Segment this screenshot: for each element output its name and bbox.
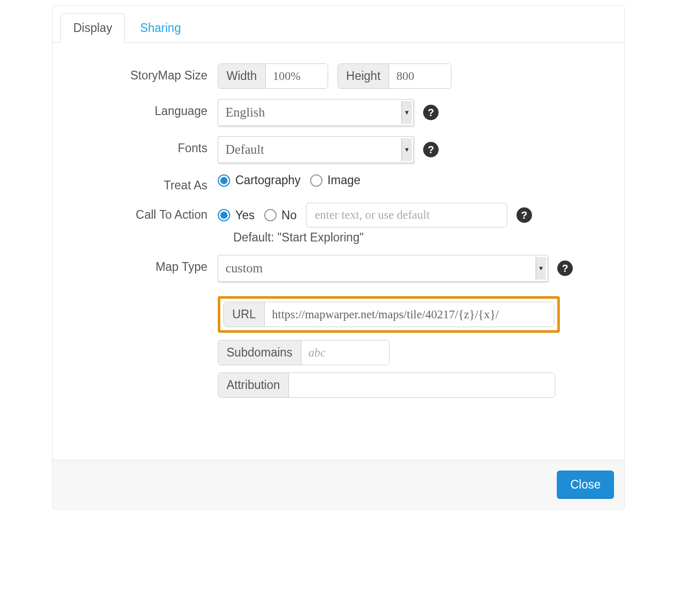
treat-radio-cartography[interactable] <box>218 174 230 187</box>
height-input[interactable] <box>389 64 451 88</box>
cta-option-no: No <box>282 208 297 222</box>
height-group: Height <box>337 63 452 89</box>
cta-radio-no[interactable] <box>264 209 277 221</box>
cta-default-text: Default: "Start Exploring" <box>63 231 614 245</box>
chevron-down-icon: ▼ <box>536 257 546 280</box>
fonts-select[interactable]: Default ▼ <box>218 136 414 163</box>
tab-bar: Display Sharing <box>53 6 624 43</box>
fonts-value: Default <box>225 142 264 157</box>
tab-sharing[interactable]: Sharing <box>127 13 194 43</box>
storymap-size-label: StoryMap Size <box>63 63 218 83</box>
help-icon[interactable]: ? <box>423 142 439 157</box>
help-icon[interactable]: ? <box>423 105 439 120</box>
width-group: Width <box>218 63 328 89</box>
cta-text-input[interactable] <box>306 203 507 228</box>
url-group: URL <box>223 302 554 327</box>
fonts-label: Fonts <box>63 136 218 155</box>
language-value: English <box>225 105 265 120</box>
help-icon[interactable]: ? <box>517 207 532 223</box>
attribution-addon-label: Attribution <box>218 373 289 397</box>
url-input[interactable] <box>265 302 554 327</box>
maptype-select[interactable]: custom ▼ <box>218 255 548 282</box>
chevron-down-icon: ▼ <box>401 101 412 124</box>
treat-option-cartography: Cartography <box>235 173 301 187</box>
cta-label: Call To Action <box>63 203 218 222</box>
treat-as-label: Treat As <box>63 173 218 192</box>
maptype-value: custom <box>225 261 263 275</box>
width-addon-label: Width <box>218 64 266 88</box>
modal-body: StoryMap Size Width Height Language Engl… <box>53 43 624 460</box>
cta-radio-yes[interactable] <box>218 209 230 221</box>
subdomains-input[interactable] <box>301 341 389 365</box>
modal-footer: Close <box>53 460 624 509</box>
language-label: Language <box>63 99 218 118</box>
close-button[interactable]: Close <box>557 471 614 499</box>
url-addon-label: URL <box>224 302 265 327</box>
cta-option-yes: Yes <box>235 208 255 222</box>
treat-option-image: Image <box>328 173 361 187</box>
subdomains-addon-label: Subdomains <box>218 341 301 365</box>
attribution-group: Attribution <box>218 372 555 398</box>
chevron-down-icon: ▼ <box>401 138 412 161</box>
subdomains-group: Subdomains <box>218 340 390 365</box>
tab-display[interactable]: Display <box>60 13 125 43</box>
attribution-input[interactable] <box>289 373 555 397</box>
width-input[interactable] <box>266 64 328 88</box>
settings-modal: Display Sharing StoryMap Size Width Heig… <box>52 5 625 510</box>
help-icon[interactable]: ? <box>557 261 573 276</box>
url-highlight-box: URL <box>218 296 560 333</box>
height-addon-label: Height <box>338 64 389 88</box>
maptype-label: Map Type <box>63 255 218 274</box>
treat-radio-image[interactable] <box>310 174 323 187</box>
language-select[interactable]: English ▼ <box>218 99 414 126</box>
